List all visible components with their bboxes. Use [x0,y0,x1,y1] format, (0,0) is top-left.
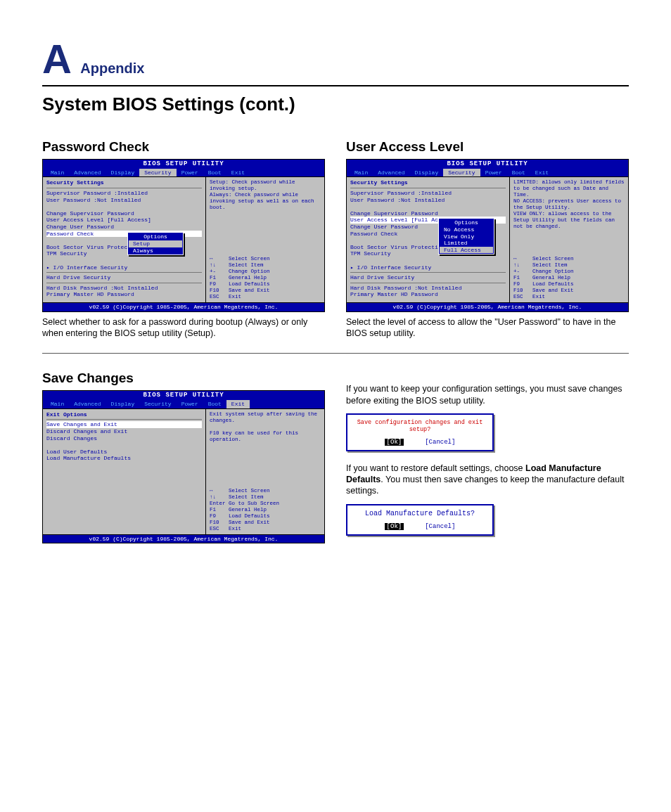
bios-row[interactable]: Hard Disk Password :Not Installed [350,285,506,292]
dialog-load-defaults: Load Manufacture Defaults? [Ok] [Cancel] [346,504,494,536]
bios-row[interactable]: User Access Level [Full Access] [46,217,202,224]
bios-row[interactable]: ▸ I/O Interface Security [350,264,506,271]
section-title-password-check: Password Check [42,139,325,155]
bios-menubar: MainAdvancedDisplaySecurityPowerBootExit [347,169,628,177]
bios-titlebar: BIOS SETUP UTILITY [347,160,628,169]
menu-tab-exit[interactable]: Exit [226,169,250,177]
popup-title: Options [440,219,493,226]
bios-row[interactable]: User Password :Not Installed [350,197,506,204]
menu-tab-display[interactable]: Display [106,169,140,177]
bios-row[interactable]: User Password :Not Installed [46,197,202,204]
menu-tab-security[interactable]: Security [139,400,176,408]
bios-nav-keys: ↔ Select Screen↑↓ Select Item+- Change O… [513,256,625,300]
menu-tab-security[interactable]: Security [443,169,480,177]
page-title: System BIOS Settings (cont.) [42,94,629,115]
dialog-cancel-button[interactable]: [Cancel] [425,523,455,530]
bios-help-text: LIMITED: allows only limited fields to b… [513,179,625,256]
menu-tab-boot[interactable]: Boot [203,169,226,177]
bios-row[interactable]: Hard Disk Password :Not Installed [46,285,202,292]
menu-tab-advanced[interactable]: Advanced [69,169,106,177]
dialog-ok-button[interactable]: [Ok] [385,439,404,446]
bios-row[interactable]: Discard Changes and Exit [46,428,202,435]
bios-row[interactable]: Load Manufacture Defaults [46,455,202,462]
menu-tab-power[interactable]: Power [177,400,203,408]
bios-row[interactable]: Change Supervisor Password [350,210,506,217]
menu-tab-security[interactable]: Security [139,169,176,177]
menu-tab-boot[interactable]: Boot [507,169,530,177]
bios-footer: v02.59 (C)Copyright 1985-2005, American … [43,535,324,543]
bios-row[interactable]: Hard Drive Security [46,274,202,281]
appendix-letter: A [42,35,72,82]
popup-option[interactable]: Setup [129,240,182,247]
appendix-label: Appendix [80,60,144,76]
section-title-user-access: User Access Level [346,139,629,155]
dialog-cancel-button[interactable]: [Cancel] [425,439,455,446]
menu-tab-main[interactable]: Main [350,169,373,177]
bios-panel-password-check: BIOS SETUP UTILITY MainAdvancedDisplaySe… [42,159,325,312]
popup-option[interactable]: Full Access [440,247,493,254]
save-changes-text-1: If you want to keep your configuration s… [346,383,629,406]
menu-tab-display[interactable]: Display [410,169,444,177]
bios-right-pane: Exit system setup after saving the chang… [206,409,324,534]
popup-option[interactable]: No Access [440,226,493,233]
bios-row[interactable]: Load User Defaults [46,449,202,456]
dialog-save-confirm: Save configuration changes and exit setu… [346,413,494,451]
bios-row[interactable]: Change Supervisor Password [46,210,202,217]
bios-row[interactable]: ▸ I/O Interface Security [46,264,202,271]
bios-right-pane: Setup: Check password while invoking set… [206,177,324,302]
bios-panel-save-changes: BIOS SETUP UTILITY MainAdvancedDisplaySe… [42,390,325,543]
popup-option[interactable]: View Only [440,233,493,240]
bios-panel-user-access: BIOS SETUP UTILITY MainAdvancedDisplaySe… [346,159,629,312]
bios-row[interactable]: Discard Changes [46,435,202,442]
dialog-msg: Save configuration changes and exit setu… [353,419,487,433]
caption-password-check: Select whether to ask for a password dur… [42,316,325,340]
bios-right-pane: LIMITED: allows only limited fields to b… [510,177,628,302]
bios-row[interactable]: Supervisor Password :Installed [46,190,202,197]
popup-option[interactable]: Always [129,247,182,254]
menu-tab-exit[interactable]: Exit [530,169,554,177]
menu-tab-advanced[interactable]: Advanced [69,400,106,408]
bios-footer: v02.59 (C)Copyright 1985-2005, American … [347,303,628,311]
bios-titlebar: BIOS SETUP UTILITY [43,391,324,400]
bios-heading: Security Settings [350,179,506,186]
bios-row[interactable]: Primary Master HD Password [350,291,506,298]
menu-tab-power[interactable]: Power [480,169,507,177]
popup-option[interactable]: Limited [440,240,493,247]
menu-tab-advanced[interactable]: Advanced [373,169,409,177]
menu-tab-main[interactable]: Main [46,169,69,177]
dialog-msg: Load Manufacture Defaults? [353,510,487,517]
menu-tab-exit[interactable]: Exit [226,400,250,408]
options-popup: OptionsNo AccessView OnlyLimitedFull Acc… [438,218,494,254]
menu-tab-power[interactable]: Power [177,169,203,177]
bios-row[interactable]: Supervisor Password :Installed [350,190,506,197]
menu-tab-boot[interactable]: Boot [203,400,226,408]
bios-left-pane: Security Settings Supervisor Password :I… [347,177,510,302]
bios-help-text: Setup: Check password while invoking set… [210,179,321,256]
bios-nav-keys: ↔ Select Screen↑↓ Select Item+- Change O… [210,256,321,300]
bios-left-pane: Exit Options Save Changes and ExitDiscar… [43,409,206,534]
bios-menubar: MainAdvancedDisplaySecurityPowerBootExit [43,400,324,408]
popup-title: Options [129,233,182,240]
bios-left-pane: Security Settings Supervisor Password :I… [43,177,206,302]
bios-nav-keys: ↔ Select Screen↑↓ Select ItemEnter Go to… [210,488,321,532]
bios-heading: Security Settings [46,179,202,186]
menu-tab-main[interactable]: Main [46,400,69,408]
bios-heading: Exit Options [46,411,202,418]
divider [42,353,629,354]
bios-help-text: Exit system setup after saving the chang… [210,411,321,488]
page-header: A Appendix [42,35,629,86]
bios-menubar: MainAdvancedDisplaySecurityPowerBootExit [43,169,324,177]
bios-row[interactable]: Hard Drive Security [350,274,506,281]
bios-titlebar: BIOS SETUP UTILITY [43,160,324,169]
caption-user-access: Select the level of access to allow the … [346,316,629,340]
bios-row[interactable]: Save Changes and Exit [46,421,202,428]
bios-footer: v02.59 (C)Copyright 1985-2005, American … [43,303,324,311]
dialog-ok-button[interactable]: [Ok] [385,523,404,530]
bios-row[interactable]: Primary Master HD Password [46,291,202,298]
save-changes-text-2: If you want to restore default settings,… [346,463,629,497]
bios-row[interactable]: Change User Password [46,224,202,231]
options-popup: OptionsSetupAlways [127,232,184,255]
section-title-save-changes: Save Changes [42,370,325,386]
menu-tab-display[interactable]: Display [106,400,140,408]
